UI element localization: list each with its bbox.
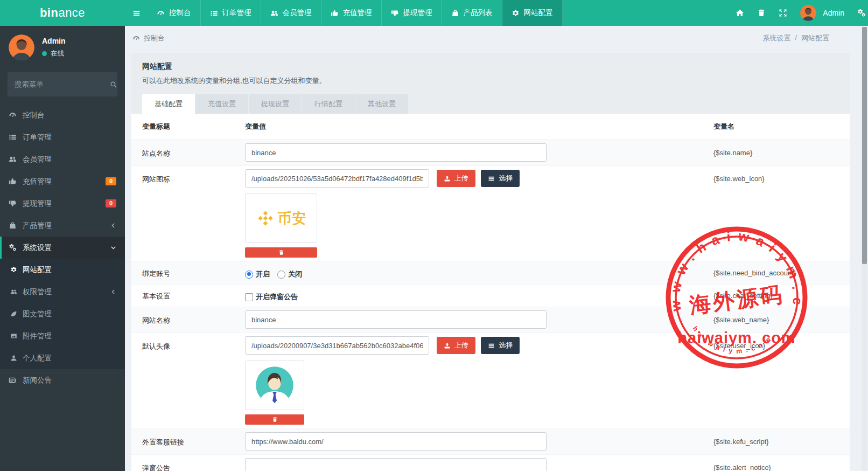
newspaper-icon (9, 376, 17, 384)
gear-icon (10, 266, 17, 273)
gears-icon (9, 244, 17, 252)
sidebar-item-attachments[interactable]: 附件管理 (0, 325, 125, 347)
sidebar-item-orders[interactable]: 订单管理 (0, 126, 125, 148)
config-table: 变量标题 变量值 变量名 站点名称 {$site.name} 网站图标 上传 选… (131, 114, 850, 471)
breadcrumb-separator: / (795, 33, 797, 43)
row-label: 弹窗公告 (131, 458, 245, 471)
sidebar: Admin 在线 控制台 订单管理 会员管理 充值管理0 提现管理0 产品管理 … (0, 26, 125, 471)
page-title: 网站配置 (142, 62, 839, 72)
gears-icon[interactable] (857, 9, 866, 17)
sidebar-item-label: 权限管理 (23, 287, 52, 297)
topnav-item-withdraw[interactable]: 提现管理 (382, 0, 442, 26)
row-label: 站点名称 (131, 143, 245, 158)
topnav-item-products[interactable]: 产品列表 (442, 0, 502, 26)
sidebar-item-withdraw[interactable]: 提现管理0 (0, 192, 125, 214)
topnav-item-site-config[interactable]: 网站配置 (502, 0, 563, 26)
online-dot (42, 51, 47, 56)
delete-default-avatar-button[interactable] (245, 414, 304, 425)
brand-logo[interactable]: binance (0, 0, 125, 26)
row-var-name: {$site.user_icon} (713, 336, 850, 350)
main-content: 控制台 系统设置 / 网站配置 网站配置 可以在此增改系统的变量和分组,也可以自… (125, 26, 868, 471)
breadcrumb-dashboard-link[interactable]: 控制台 (132, 33, 165, 43)
tab-market-settings[interactable]: 行情配置 (302, 94, 355, 114)
sidebar-item-products[interactable]: 产品管理 (0, 214, 125, 237)
checkbox-unchecked-icon[interactable] (245, 293, 253, 301)
upload-button[interactable]: 上传 (437, 337, 475, 354)
topnav-item-members[interactable]: 会员管理 (261, 0, 321, 26)
topnav-label: 订单管理 (222, 8, 251, 18)
row-var-name: {$site.kefu_script} (713, 432, 850, 446)
web-name-input[interactable] (245, 310, 547, 329)
admin-avatar-image (9, 34, 34, 60)
brand-logo-rest: ance (58, 6, 85, 20)
sidebar-item-label: 图文管理 (23, 309, 52, 319)
sidebar-item-system-settings[interactable]: 系统设置 (0, 237, 125, 259)
web-icon-path-input[interactable] (245, 169, 429, 188)
choose-button[interactable]: 选择 (481, 337, 520, 354)
topnav-item-orders[interactable]: 订单管理 (201, 0, 261, 26)
web-icon-preview: 币安 (245, 193, 317, 243)
sidebar-item-label: 充值管理 (23, 177, 52, 186)
row-var-name: {$site.need_bind_account} (713, 265, 850, 277)
list-icon (488, 342, 495, 349)
table-row: 基本设置 开启弹窗公告 {$site.chat_setting} (131, 285, 850, 307)
column-header-title: 变量标题 (131, 122, 245, 131)
upload-icon (444, 175, 451, 182)
sidebar-item-recharge[interactable]: 充值管理0 (0, 170, 125, 192)
site-name-input[interactable] (245, 143, 547, 162)
choose-button[interactable]: 选择 (481, 170, 520, 187)
customer-service-link-input[interactable] (245, 432, 547, 451)
avatar[interactable] (9, 34, 34, 60)
radio-checked-icon[interactable] (245, 271, 253, 279)
radio-option-off[interactable]: 关闭 (277, 269, 302, 279)
radio-label: 关闭 (288, 269, 302, 279)
admin-username[interactable]: Admin (823, 9, 844, 17)
avatar[interactable] (800, 5, 816, 21)
fullscreen-icon[interactable] (779, 9, 787, 17)
tab-recharge-settings[interactable]: 充值设置 (195, 94, 248, 114)
sidebar-item-permissions[interactable]: 权限管理 (0, 281, 125, 303)
upload-button[interactable]: 上传 (437, 170, 475, 187)
sidebar-item-personal-config[interactable]: 个人配置 (0, 347, 125, 369)
choose-button-label: 选择 (499, 341, 513, 350)
sidebar-item-members[interactable]: 会员管理 (0, 148, 125, 170)
binance-logo-icon (256, 209, 275, 228)
sidebar-item-label: 会员管理 (23, 155, 52, 164)
popup-notice-checkbox-option[interactable]: 开启弹窗公告 (245, 292, 298, 302)
topnav-item-dashboard[interactable]: 控制台 (148, 0, 201, 26)
top-navbar: binance 控制台 订单管理 会员管理 充值管理 提现管理 产品列表 网站配… (0, 0, 868, 26)
sidebar-item-news[interactable]: 新闻公告 (0, 369, 125, 391)
sidebar-item-site-config[interactable]: 网站配置 (0, 259, 125, 281)
breadcrumb-page: 网站配置 (801, 33, 829, 43)
default-avatar-path-input[interactable] (245, 336, 429, 355)
home-icon[interactable] (736, 9, 744, 17)
breadcrumb-parent[interactable]: 系统设置 (762, 33, 790, 43)
search-icon[interactable] (110, 81, 117, 88)
dashboard-icon (9, 111, 17, 119)
breadcrumb-current: 控制台 (144, 33, 165, 43)
tab-other-settings[interactable]: 其他设置 (355, 94, 408, 114)
radio-label: 开启 (256, 269, 270, 279)
trash-icon[interactable] (757, 9, 766, 17)
popup-notice-input[interactable] (245, 458, 547, 471)
chevron-left-icon (110, 223, 116, 228)
sidebar-item-label: 订单管理 (23, 133, 52, 142)
topnav-item-recharge[interactable]: 充值管理 (321, 0, 382, 26)
scrollbar-thumb[interactable] (862, 27, 867, 264)
table-row: 网站名称 {$site.web_name} (131, 307, 850, 333)
sidebar-item-dashboard[interactable]: 控制台 (0, 104, 125, 126)
tab-basic-config[interactable]: 基础配置 (142, 94, 195, 114)
vertical-scrollbar[interactable] (862, 27, 867, 471)
bag-icon (451, 9, 459, 17)
sidebar-toggle-button[interactable] (125, 0, 148, 26)
sidebar-item-articles[interactable]: 图文管理 (0, 303, 125, 325)
tab-withdraw-settings[interactable]: 提现设置 (249, 94, 302, 114)
radio-unchecked-icon[interactable] (277, 271, 285, 279)
gear-icon (512, 9, 520, 17)
search-input[interactable] (15, 80, 110, 88)
radio-option-on[interactable]: 开启 (245, 269, 270, 279)
delete-web-icon-button[interactable] (245, 247, 317, 258)
table-row: 外置客服链接 {$site.kefu_script} (131, 429, 850, 455)
default-avatar-preview (245, 361, 304, 410)
table-row: 站点名称 {$site.name} (131, 140, 850, 166)
